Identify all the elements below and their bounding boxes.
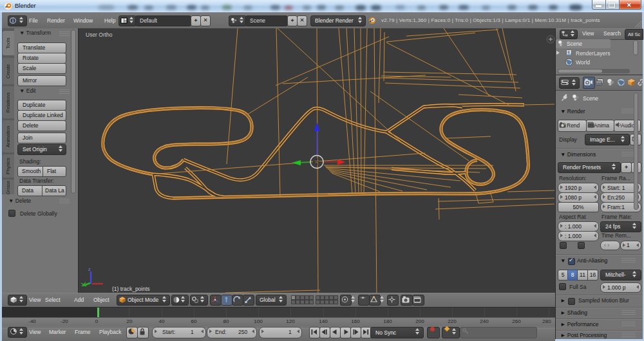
svg-text:User Ortho: User Ortho xyxy=(86,32,113,38)
svg-text:(1) track_points: (1) track_points xyxy=(112,286,150,292)
svg-text:z: z xyxy=(88,267,91,272)
